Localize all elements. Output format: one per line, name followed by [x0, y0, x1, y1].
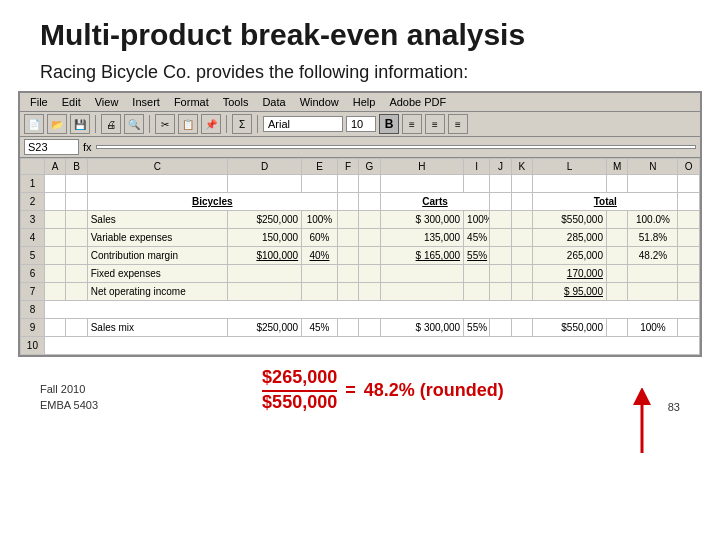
col-header-C[interactable]: C [87, 159, 228, 175]
cell-3-I[interactable]: 100% [464, 211, 490, 229]
menu-adobe[interactable]: Adobe PDF [383, 95, 452, 109]
cell-4-F[interactable] [337, 229, 358, 247]
cell-7-G[interactable] [359, 283, 380, 301]
cell-9-L[interactable]: $550,000 [533, 319, 607, 337]
cell-7-J[interactable] [490, 283, 511, 301]
cell-7-D[interactable] [228, 283, 302, 301]
font-name-box[interactable]: Arial [263, 116, 343, 132]
align-center[interactable]: ≡ [425, 114, 445, 134]
cell-3-B[interactable] [66, 211, 87, 229]
align-right[interactable]: ≡ [448, 114, 468, 134]
cell-5-G[interactable] [359, 247, 380, 265]
cell-3-F[interactable] [337, 211, 358, 229]
toolbar-copy[interactable]: 📋 [178, 114, 198, 134]
toolbar-preview[interactable]: 🔍 [124, 114, 144, 134]
cell-9-K[interactable] [511, 319, 532, 337]
col-header-L[interactable]: L [533, 159, 607, 175]
cell-1-F[interactable] [337, 175, 358, 193]
menu-help[interactable]: Help [347, 95, 382, 109]
cell-7-A[interactable] [44, 283, 65, 301]
col-header-I[interactable]: I [464, 159, 490, 175]
cell-1-L[interactable] [533, 175, 607, 193]
cell-4-H[interactable]: 135,000 [380, 229, 463, 247]
cell-6-F[interactable] [337, 265, 358, 283]
cell-4-J[interactable] [490, 229, 511, 247]
menu-window[interactable]: Window [294, 95, 345, 109]
cell-3-G[interactable] [359, 211, 380, 229]
cell-3-O[interactable] [678, 211, 700, 229]
cell-1-N[interactable] [628, 175, 678, 193]
cell-4-K[interactable] [511, 229, 532, 247]
col-header-F[interactable]: F [337, 159, 358, 175]
cell-5-D[interactable]: $100,000 [228, 247, 302, 265]
toolbar-sigma[interactable]: Σ [232, 114, 252, 134]
cell-6-M[interactable] [607, 265, 628, 283]
cell-7-H[interactable] [380, 283, 463, 301]
cell-3-K[interactable] [511, 211, 532, 229]
col-header-K[interactable]: K [511, 159, 532, 175]
cell-5-C-label[interactable]: Contribution margin [87, 247, 228, 265]
cell-1-B[interactable] [66, 175, 87, 193]
cell-3-M[interactable] [607, 211, 628, 229]
menu-file[interactable]: File [24, 95, 54, 109]
bold-button[interactable]: B [379, 114, 399, 134]
cell-9-G[interactable] [359, 319, 380, 337]
cell-1-A[interactable] [44, 175, 65, 193]
col-header-M[interactable]: M [607, 159, 628, 175]
cell-1-D[interactable] [228, 175, 302, 193]
cell-10-empty[interactable] [44, 337, 699, 355]
cell-3-H[interactable]: $ 300,000 [380, 211, 463, 229]
menu-tools[interactable]: Tools [217, 95, 255, 109]
formula-bar[interactable] [96, 145, 696, 149]
col-header-G[interactable]: G [359, 159, 380, 175]
cell-3-N[interactable]: 100.0% [628, 211, 678, 229]
align-left[interactable]: ≡ [402, 114, 422, 134]
cell-9-M[interactable] [607, 319, 628, 337]
cell-2-carts[interactable]: Carts [380, 193, 490, 211]
col-header-O[interactable]: O [678, 159, 700, 175]
cell-2-A[interactable] [44, 193, 65, 211]
cell-5-B[interactable] [66, 247, 87, 265]
cell-9-F[interactable] [337, 319, 358, 337]
cell-9-D[interactable]: $250,000 [228, 319, 302, 337]
cell-7-M[interactable] [607, 283, 628, 301]
cell-3-D[interactable]: $250,000 [228, 211, 302, 229]
cell-4-B[interactable] [66, 229, 87, 247]
cell-2-O[interactable] [678, 193, 700, 211]
cell-4-N[interactable]: 51.8% [628, 229, 678, 247]
col-header-J[interactable]: J [490, 159, 511, 175]
cell-3-A[interactable] [44, 211, 65, 229]
cell-7-L[interactable]: $ 95,000 [533, 283, 607, 301]
cell-9-C-label[interactable]: Sales mix [87, 319, 228, 337]
cell-6-B[interactable] [66, 265, 87, 283]
cell-3-C-label[interactable]: Sales [87, 211, 228, 229]
cell-4-M[interactable] [607, 229, 628, 247]
cell-7-N[interactable] [628, 283, 678, 301]
cell-6-C-label[interactable]: Fixed expenses [87, 265, 228, 283]
cell-4-C-label[interactable]: Variable expenses [87, 229, 228, 247]
cell-2-G[interactable] [359, 193, 380, 211]
cell-7-I[interactable] [464, 283, 490, 301]
cell-5-N[interactable]: 48.2% [628, 247, 678, 265]
cell-2-B[interactable] [66, 193, 87, 211]
cell-1-H[interactable] [380, 175, 463, 193]
cell-9-I[interactable]: 55% [464, 319, 490, 337]
col-header-E[interactable]: E [302, 159, 338, 175]
cell-6-O[interactable] [678, 265, 700, 283]
cell-7-K[interactable] [511, 283, 532, 301]
menu-data[interactable]: Data [256, 95, 291, 109]
cell-1-J[interactable] [490, 175, 511, 193]
cell-5-A[interactable] [44, 247, 65, 265]
name-box[interactable]: S23 [24, 139, 79, 155]
font-size-box[interactable]: 10 [346, 116, 376, 132]
cell-1-E[interactable] [302, 175, 338, 193]
cell-6-D[interactable] [228, 265, 302, 283]
cell-4-G[interactable] [359, 229, 380, 247]
cell-6-K[interactable] [511, 265, 532, 283]
toolbar-open[interactable]: 📂 [47, 114, 67, 134]
cell-6-J[interactable] [490, 265, 511, 283]
cell-6-I[interactable] [464, 265, 490, 283]
toolbar-new[interactable]: 📄 [24, 114, 44, 134]
cell-5-J[interactable] [490, 247, 511, 265]
cell-2-bicycles[interactable]: Bicycles [87, 193, 337, 211]
